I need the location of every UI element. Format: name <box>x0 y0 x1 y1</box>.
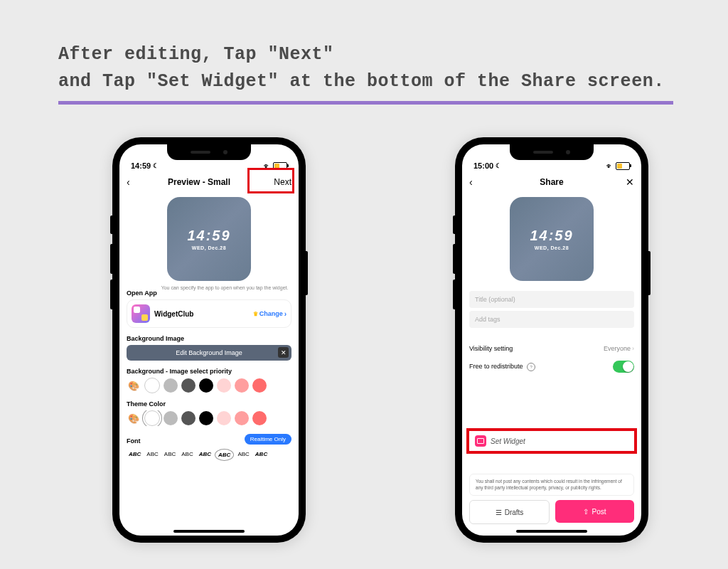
chevron-right-icon: › <box>632 345 634 352</box>
color-white[interactable] <box>144 378 160 393</box>
bg-priority-label: Background - Image select priority <box>127 368 291 375</box>
nav-title: Preview - Small <box>141 177 257 187</box>
highlight-next-button <box>247 168 294 193</box>
color-black[interactable] <box>199 411 213 425</box>
font-sample[interactable]: ABC <box>235 449 251 461</box>
drafts-icon: ☰ <box>496 509 502 516</box>
color-lightpink[interactable] <box>217 411 231 425</box>
dnd-moon-icon: ☾ <box>496 162 501 169</box>
app-name: WidgetClub <box>154 310 249 318</box>
post-icon: ⇧ <box>583 508 589 516</box>
bg-image-label: Background Image <box>127 335 291 342</box>
status-time: 15:00 <box>473 161 493 170</box>
realtime-only-pill[interactable]: Realtime Only <box>245 434 291 445</box>
font-sample[interactable]: ABC <box>253 449 269 461</box>
theme-color-label: Theme Color <box>127 400 291 408</box>
color-medpink[interactable] <box>235 378 249 393</box>
widget-time: 14:59 <box>530 228 573 244</box>
palette-icon[interactable]: 🎨 <box>127 413 141 424</box>
highlight-set-widget: Set Widget <box>466 428 637 454</box>
bg-color-swatches: 🎨 <box>127 378 291 393</box>
instruction-heading: After editing, Tap "Next" and Tap "Set W… <box>58 41 665 95</box>
color-black[interactable] <box>199 378 213 393</box>
font-sample[interactable]: ABC <box>197 449 213 461</box>
home-indicator <box>173 530 245 533</box>
widget-icon <box>475 435 486 447</box>
color-lightgray[interactable] <box>164 378 178 393</box>
widget-preview: 14:59 WED, Dec.28 <box>167 197 251 281</box>
open-app-label: Open App <box>127 289 157 297</box>
post-button[interactable]: ⇧ Post <box>555 500 634 523</box>
font-sample[interactable]: ABC <box>162 449 178 461</box>
color-darkgray[interactable] <box>181 378 196 393</box>
redistribute-toggle[interactable] <box>613 361 634 373</box>
color-lightpink[interactable] <box>217 378 231 393</box>
status-time: 14:59 <box>131 161 151 170</box>
visibility-row[interactable]: Visibility setting Everyone › <box>462 341 641 356</box>
color-medpink[interactable] <box>235 411 249 425</box>
legal-notice: You shall not post any contents which co… <box>469 474 634 496</box>
battery-icon <box>616 162 630 170</box>
font-samples: ABC ABC ABC ABC ABC ABC ABC ABC <box>127 449 291 461</box>
phone-mockup-share: 15:00 ☾ ᯤ ‹ Share ✕ 14:59 WED, Dec.28 Ti… <box>455 137 648 543</box>
open-app-desc: You can specify the app to open when you… <box>161 285 291 290</box>
chevron-right-icon: › <box>284 310 287 318</box>
widget-time: 14:59 <box>187 228 230 244</box>
color-darkgray[interactable] <box>181 411 196 425</box>
close-icon[interactable]: ✕ <box>620 176 634 188</box>
dnd-moon-icon: ☾ <box>153 162 159 169</box>
font-sample[interactable]: ABC <box>179 449 195 461</box>
color-darkpink[interactable] <box>252 411 267 425</box>
wifi-icon: ᯤ <box>606 162 614 170</box>
back-chevron-icon[interactable]: ‹ <box>127 176 141 188</box>
visibility-label: Visibility setting <box>469 345 513 352</box>
visibility-value: Everyone › <box>604 345 634 352</box>
nav-title: Share <box>483 177 620 187</box>
redistribute-label: Free to redistribute ? <box>469 363 535 371</box>
heading-underline <box>58 101 673 105</box>
color-white-selected[interactable] <box>144 410 160 426</box>
home-indicator <box>516 530 587 533</box>
tags-input[interactable]: Add tags <box>469 311 634 328</box>
theme-color-swatches: 🎨 <box>127 410 291 426</box>
phone-mockup-preview: 14:59 ☾ ᯤ ‹ Preview - Small Next 14:59 W… <box>112 137 306 543</box>
font-label: Font <box>127 437 141 445</box>
crown-icon: ♛ <box>253 311 258 317</box>
color-lightgray[interactable] <box>164 411 178 425</box>
back-chevron-icon[interactable]: ‹ <box>469 176 483 188</box>
widgetclub-app-icon <box>132 304 150 323</box>
palette-icon[interactable]: 🎨 <box>127 381 141 391</box>
title-input[interactable]: Title (optional) <box>469 291 634 308</box>
close-icon[interactable]: ✕ <box>278 347 289 358</box>
widget-date: WED, Dec.28 <box>535 245 569 250</box>
help-icon[interactable]: ? <box>527 363 535 371</box>
color-darkpink[interactable] <box>252 378 267 393</box>
edit-bg-button[interactable]: Edit Background Image ✕ <box>127 345 291 361</box>
phone-notch <box>167 144 251 160</box>
heading-line-1: After editing, Tap "Next" <box>58 44 334 65</box>
phone-notch <box>510 144 594 160</box>
app-selector-card[interactable]: WidgetClub ♛ Change › <box>127 299 291 328</box>
widget-date: WED, Dec.28 <box>192 245 226 250</box>
set-widget-button[interactable]: Set Widget <box>471 435 633 447</box>
change-app-button[interactable]: ♛ Change › <box>253 310 287 318</box>
widget-preview: 14:59 WED, Dec.28 <box>510 197 594 281</box>
font-sample-selected[interactable]: ABC <box>215 449 234 461</box>
navbar: ‹ Share ✕ <box>462 171 641 193</box>
font-sample[interactable]: ABC <box>127 449 143 461</box>
redistribute-row: Free to redistribute ? <box>462 356 641 377</box>
set-widget-label: Set Widget <box>491 437 525 445</box>
font-sample[interactable]: ABC <box>144 449 160 461</box>
heading-line-2: and Tap "Set Widget" at the bottom of th… <box>58 71 665 92</box>
drafts-button[interactable]: ☰ Drafts <box>469 500 550 524</box>
